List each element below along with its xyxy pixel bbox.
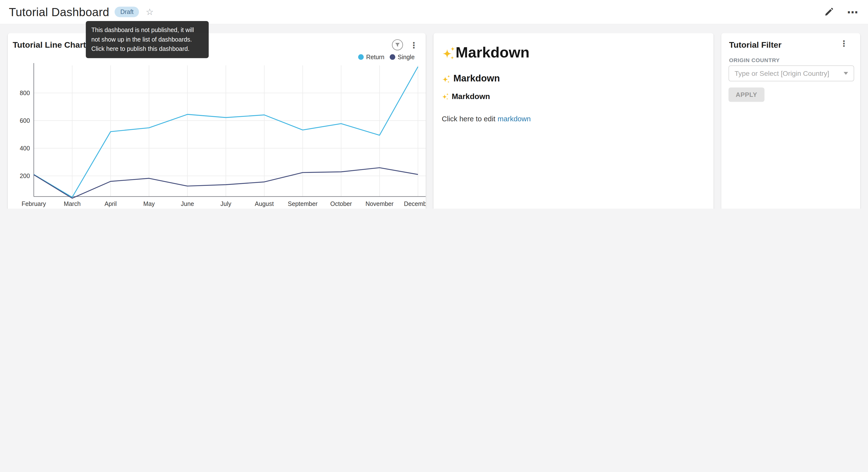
x-tick-label: September xyxy=(288,200,318,207)
legend-label: Single xyxy=(398,54,415,60)
origin-country-select[interactable]: Type or Select [Origin Country] xyxy=(728,65,854,82)
sparkles-icon xyxy=(442,92,449,100)
markdown-h1: Markdown xyxy=(442,44,705,61)
kebab-menu-icon[interactable]: ⋮ xyxy=(409,40,418,49)
legend-label: Return xyxy=(366,54,384,60)
x-tick-label: December xyxy=(404,200,426,207)
edit-text: Click here to edit xyxy=(442,115,495,123)
legend-dot xyxy=(359,54,364,60)
favorite-star-icon[interactable]: ☆ xyxy=(146,7,154,17)
card-title: Tutorial Line Chart xyxy=(13,40,86,49)
x-tick-label: August xyxy=(255,200,274,207)
card-title: Tutorial Filter xyxy=(729,40,781,49)
x-tick-label: February xyxy=(22,200,46,207)
line-chart-card: Tutorial Line Chart ⋮ ReturnSingle 20040… xyxy=(8,33,426,209)
filter-indicator-icon[interactable] xyxy=(392,39,403,50)
markdown-h2-text: Markdown xyxy=(453,73,500,84)
markdown-edit-link[interactable]: markdown xyxy=(498,115,531,123)
x-tick-label: May xyxy=(143,200,155,207)
page-title: Tutorial Dashboard xyxy=(9,5,109,19)
edit-pencil-icon[interactable] xyxy=(824,7,834,17)
y-tick-label: 200 xyxy=(20,172,30,179)
markdown-card: Markdown Markdown Markdown Click here to… xyxy=(434,33,714,209)
origin-country-label: ORIGIN COUNTRY xyxy=(729,57,780,63)
x-tick-label: November xyxy=(366,200,394,207)
publish-tooltip[interactable]: This dashboard is not published, it will… xyxy=(86,21,209,58)
x-tick-label: July xyxy=(221,200,231,207)
more-menu-icon[interactable]: ⋯ xyxy=(847,5,858,19)
apply-button[interactable]: APPLY xyxy=(728,88,764,102)
filter-card: Tutorial Filter ⋮ ORIGIN COUNTRY Type or… xyxy=(721,33,860,209)
dashboard-header: Tutorial Dashboard Draft ☆ ⋯ xyxy=(0,0,868,25)
x-tick-label: October xyxy=(330,200,352,207)
legend-item-single[interactable]: Single xyxy=(390,54,415,60)
sparkles-icon xyxy=(442,74,451,83)
markdown-h2: Markdown xyxy=(442,73,705,84)
select-placeholder: Type or Select [Origin Country] xyxy=(735,69,829,77)
x-tick-label: June xyxy=(181,200,194,207)
chart-legend: ReturnSingle xyxy=(359,54,415,60)
markdown-h3: Markdown xyxy=(442,92,705,101)
x-tick-label: March xyxy=(64,200,81,207)
caret-down-icon xyxy=(843,72,848,75)
kebab-menu-icon[interactable]: ⋮ xyxy=(840,39,848,48)
legend-item-return[interactable]: Return xyxy=(359,54,384,60)
y-tick-label: 400 xyxy=(20,145,30,152)
draft-badge[interactable]: Draft xyxy=(115,7,139,17)
dashboard-page: Tutorial Dashboard Draft ☆ ⋯ This dashbo… xyxy=(0,0,868,209)
x-tick-label: April xyxy=(104,200,117,207)
y-tick-label: 600 xyxy=(20,117,30,124)
line-chart: 200400600800FebruaryMarchAprilMayJuneJul… xyxy=(8,61,426,209)
markdown-paragraph: Click here to editmarkdown xyxy=(442,115,705,123)
sparkles-icon xyxy=(442,46,456,60)
legend-dot xyxy=(390,54,396,60)
markdown-h1-text: Markdown xyxy=(456,44,529,61)
markdown-h3-text: Markdown xyxy=(452,92,490,101)
y-tick-label: 800 xyxy=(20,89,30,96)
